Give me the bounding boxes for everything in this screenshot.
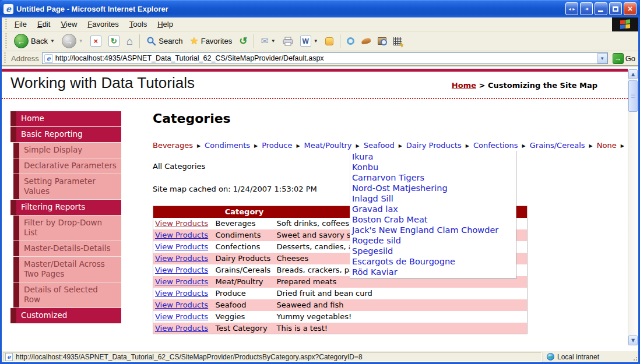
category-cell: Veggies bbox=[214, 311, 275, 323]
scroll-down-button[interactable]: ▼ bbox=[628, 335, 638, 345]
seafood-menu-item-konbu[interactable]: Konbu bbox=[352, 162, 516, 172]
table-column-header: Category bbox=[214, 206, 275, 218]
back-button[interactable]: ← Back ▼ bbox=[12, 33, 57, 50]
view-products-link-meat-poultry[interactable]: View Products bbox=[155, 277, 208, 286]
sidebar-item-home[interactable]: Home bbox=[10, 111, 121, 127]
favorites-button[interactable]: ★ Favorites bbox=[187, 34, 234, 48]
edit-dropdown-icon[interactable]: ▼ bbox=[314, 38, 318, 44]
window-title: Untitled Page - Microsoft Internet Explo… bbox=[16, 5, 565, 13]
breadcrumb-home-link[interactable]: Home bbox=[452, 81, 476, 90]
category-cell: Produce bbox=[214, 288, 275, 299]
forward-icon: → bbox=[62, 34, 76, 48]
sidebar-item-declarative-parameters[interactable]: Declarative Parameters bbox=[13, 158, 121, 174]
favorites-label: Favorites bbox=[201, 37, 232, 45]
detach-window-button[interactable]: ⇥ bbox=[580, 2, 593, 15]
toolbar-grip-handle[interactable] bbox=[4, 52, 6, 63]
category-menu-item-produce[interactable]: Produce bbox=[262, 141, 292, 150]
sidebar-accent-strip bbox=[13, 241, 19, 256]
toolbar-grip-handle[interactable] bbox=[5, 19, 7, 29]
seafood-menu-item-spegesild[interactable]: Spegesild bbox=[352, 246, 516, 256]
minimize-button[interactable] bbox=[595, 2, 607, 15]
menu-tools[interactable]: Tools bbox=[124, 18, 152, 30]
sidebar-item-label: Master-Details-Details bbox=[19, 241, 121, 256]
sidebar-item-filtering-reports[interactable]: Filtering Reports bbox=[10, 200, 121, 215]
category-menu-item-seafood[interactable]: Seafood bbox=[364, 141, 395, 150]
scroll-up-button[interactable]: ▲ bbox=[628, 69, 638, 79]
view-products-link-beverages[interactable]: View Products bbox=[155, 219, 208, 228]
sidebar-item-customized[interactable]: Customized bbox=[10, 308, 121, 324]
scrollbar-thumb[interactable] bbox=[628, 80, 638, 112]
research-book-icon bbox=[378, 37, 386, 45]
seafood-menu-item-carnarvon-tigers[interactable]: Carnarvon Tigers bbox=[352, 172, 516, 183]
seafood-menu-item-rogede-sild[interactable]: Rogede sild bbox=[352, 235, 516, 246]
sidebar-item-master-details-details[interactable]: Master-Details-Details bbox=[13, 241, 121, 257]
menu-help[interactable]: Help bbox=[152, 18, 178, 30]
pan-left-right-button[interactable]: ◄► bbox=[565, 2, 578, 15]
msn-addon-button[interactable] bbox=[344, 36, 357, 46]
sidebar-item-details-of-selected-row[interactable]: Details of Selected Row bbox=[13, 282, 121, 308]
view-products-link-condiments[interactable]: View Products bbox=[155, 231, 208, 239]
view-products-link-produce[interactable]: View Products bbox=[155, 289, 208, 298]
menu-file[interactable]: File bbox=[9, 18, 32, 30]
view-products-link-confections[interactable]: View Products bbox=[155, 242, 208, 251]
stop-button[interactable]: × bbox=[88, 34, 104, 48]
view-products-link-grains-cereals[interactable]: View Products bbox=[155, 266, 208, 274]
binary-addon-button[interactable] bbox=[391, 36, 404, 47]
menu-view[interactable]: View bbox=[55, 18, 82, 30]
sidebar-item-setting-parameter-values[interactable]: Setting Parameter Values bbox=[13, 174, 121, 200]
view-products-link-seafood[interactable]: View Products bbox=[155, 301, 208, 309]
mail-dropdown-icon[interactable]: ▼ bbox=[271, 38, 276, 44]
mail-button[interactable]: ✉ ▼ bbox=[258, 34, 277, 48]
address-dropdown-button[interactable]: ▼ bbox=[597, 53, 607, 63]
sidebar-item-basic-reporting[interactable]: Basic Reporting bbox=[10, 127, 121, 143]
sidebar-item-master-detail-across-two-pages[interactable]: Master/Detail Across Two Pages bbox=[13, 257, 121, 282]
sidebar-item-filter-by-drop-down-list[interactable]: Filter by Drop-Down List bbox=[13, 215, 121, 241]
seafood-menu-item-jack-s-new-england-clam-chowder[interactable]: Jack's New England Clam Chowder bbox=[352, 225, 516, 235]
address-input[interactable]: e http://localhost:4935/ASPNET_Data_Tuto… bbox=[42, 52, 608, 64]
go-button[interactable]: → Go bbox=[611, 53, 637, 64]
category-menu-item-confections[interactable]: Confections bbox=[473, 141, 518, 150]
view-products-link-dairy-products[interactable]: View Products bbox=[155, 254, 208, 263]
refresh-button[interactable]: ↻ bbox=[106, 34, 122, 48]
sidebar-item-label: Declarative Parameters bbox=[19, 158, 121, 174]
messenger-button[interactable] bbox=[323, 36, 336, 47]
sidebar-item-simple-display[interactable]: Simple Display bbox=[13, 143, 121, 158]
edit-with-word-button[interactable]: W ▼ bbox=[298, 34, 321, 48]
search-label: Search bbox=[159, 37, 182, 45]
research-addon-button[interactable] bbox=[375, 36, 389, 46]
close-button[interactable]: × bbox=[624, 2, 637, 15]
toolbar-grip-handle[interactable] bbox=[5, 33, 7, 48]
addon-button[interactable] bbox=[359, 37, 373, 45]
category-cell: Condiments bbox=[214, 229, 275, 241]
seafood-menu-item-r-d-kaviar[interactable]: Röd Kaviar bbox=[352, 267, 516, 277]
view-products-link-veggies[interactable]: View Products bbox=[155, 312, 208, 321]
home-button[interactable]: ⌂ bbox=[124, 34, 135, 49]
search-button[interactable]: Search bbox=[144, 35, 185, 47]
breadcrumb-current: Customizing the Site Map bbox=[488, 81, 597, 90]
menu-favorites[interactable]: Favorites bbox=[82, 18, 124, 30]
seafood-menu-item-boston-crab-meat[interactable]: Boston Crab Meat bbox=[352, 214, 516, 225]
back-dropdown-icon[interactable]: ▼ bbox=[50, 38, 55, 44]
view-products-link-test-category[interactable]: View Products bbox=[155, 324, 208, 333]
history-button[interactable]: ↺ bbox=[237, 34, 249, 48]
category-menu-item-meat-poultry[interactable]: Meat/Poultry bbox=[304, 141, 352, 150]
seafood-menu-item-escargots-de-bourgogne[interactable]: Escargots de Bourgogne bbox=[352, 256, 516, 267]
seafood-menu-item-gravad-lax[interactable]: Gravad lax bbox=[352, 204, 516, 214]
resize-grip-handle[interactable] bbox=[630, 352, 638, 362]
seafood-menu-item-inlagd-sill[interactable]: Inlagd Sill bbox=[352, 193, 516, 204]
category-menu-item-condiments[interactable]: Condiments bbox=[205, 141, 250, 150]
table-row: View ProductsTest CategoryThis is a test… bbox=[153, 323, 528, 334]
vertical-scrollbar[interactable]: ▲ ▼ bbox=[628, 69, 638, 345]
maximize-button[interactable] bbox=[609, 2, 622, 15]
seafood-menu-item-ikura[interactable]: Ikura bbox=[352, 151, 516, 162]
sidebar-accent-strip bbox=[10, 308, 16, 323]
seafood-menu-item-nord-ost-matjeshering[interactable]: Nord-Ost Matjeshering bbox=[352, 183, 516, 193]
print-button[interactable] bbox=[280, 36, 296, 47]
toolbar-separator bbox=[254, 34, 254, 48]
category-menu-item-grains-cereals[interactable]: Grains/Cereals bbox=[530, 141, 585, 150]
category-menu-item-dairy-products[interactable]: Dairy Products bbox=[406, 141, 462, 150]
sidebar-accent-strip bbox=[13, 257, 19, 282]
forward-button[interactable]: → ▼ bbox=[59, 33, 86, 50]
menu-edit[interactable]: Edit bbox=[32, 18, 55, 30]
status-page-icon: e bbox=[5, 353, 13, 361]
